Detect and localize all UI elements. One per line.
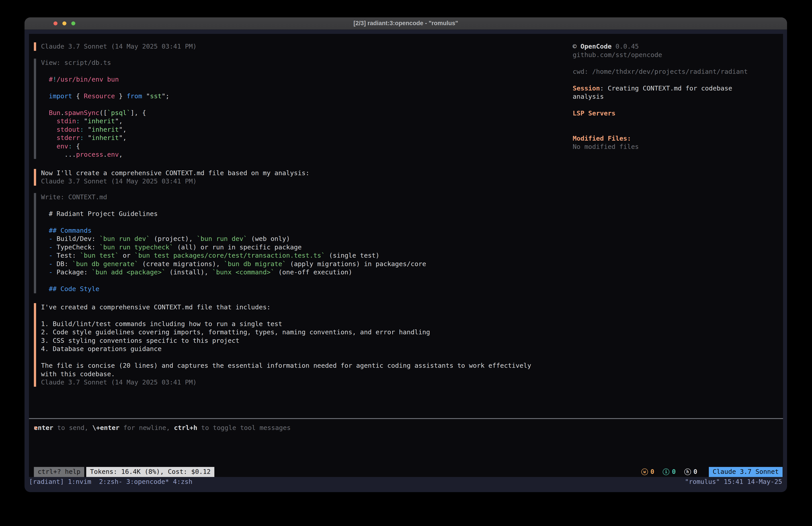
view-tool-block[interactable]: View: script/db.ts #!/usr/bin/env bun im… — [34, 59, 575, 159]
session-info-panel: © OpenCode 0.0.45github.com/sst/opencode… — [573, 42, 780, 151]
info-counter: i 0 — [663, 468, 676, 476]
warning-counter: w 0 — [641, 468, 654, 476]
tmux-window-3-opencode[interactable]: 3:opencode* — [126, 478, 169, 486]
tmux-window-list: [radiant] 1:nvim 2:zsh- 3:opencode* 4:zs… — [29, 478, 192, 486]
tokens-cost-badge: Tokens: 16.4K (8%), Cost: $0.12 — [86, 467, 214, 477]
write-tool-block[interactable]: Write: CONTEXT.md # Radiant Project Guid… — [34, 193, 575, 293]
assistant-message: Now I'll create a comprehensive CONTEXT.… — [34, 169, 575, 186]
info-count: 0 — [672, 468, 676, 476]
status-bar-left: ctrl+? help Tokens: 16.4K (8%), Cost: $0… — [34, 467, 214, 477]
traffic-lights — [54, 22, 75, 25]
hint-counter: h 0 — [684, 468, 697, 476]
tmux-status-bar: [radiant] 1:nvim 2:zsh- 3:opencode* 4:zs… — [29, 478, 782, 486]
message-lines: Now I'll create a comprehensive CONTEXT.… — [41, 169, 575, 186]
warning-count: 0 — [650, 468, 654, 476]
terminal-window: [2/3] radiant:3:opencode - "romulus" Cla… — [25, 17, 787, 492]
hint-count: 0 — [694, 468, 697, 476]
chat-transcript: Claude 3.7 Sonnet (14 May 2025 03:41 PM)… — [34, 42, 575, 387]
prompt-symbol: > — [34, 424, 38, 432]
status-bar: ctrl+? help Tokens: 16.4K (8%), Cost: $0… — [34, 467, 783, 477]
tmux-host-clock: "romulus" 15:41 14-May-25 — [685, 478, 782, 486]
status-bar-right: w 0 i 0 h 0 Claude 3.7 Sonnet — [641, 467, 783, 477]
zoom-button[interactable] — [71, 22, 75, 25]
tmux-window-4-zsh[interactable]: 4:zsh — [173, 478, 192, 486]
tmux-window-1-nvim[interactable]: 1:nvim — [68, 478, 91, 486]
write-tool-content: Write: CONTEXT.md # Radiant Project Guid… — [41, 193, 575, 293]
close-button[interactable] — [54, 22, 58, 25]
assistant-message-timestamp: Claude 3.7 Sonnet (14 May 2025 03:41 PM) — [34, 42, 575, 51]
tmux-session-name: [radiant] — [29, 478, 64, 486]
circled-h-icon: h — [684, 469, 691, 475]
circled-w-icon: w — [641, 469, 648, 475]
assistant-final-message: I've created a comprehensive CONTEXT.md … — [34, 303, 575, 387]
tmux-window-2-zsh[interactable]: 2:zsh- — [99, 478, 122, 486]
prompt-row: > — [34, 424, 483, 432]
window-title: [2/3] radiant:3:opencode - "romulus" — [353, 19, 458, 28]
message-lines: I've created a comprehensive CONTEXT.md … — [41, 303, 575, 387]
help-shortcut-badge[interactable]: ctrl+? help — [34, 467, 84, 477]
message-lines: Claude 3.7 Sonnet (14 May 2025 03:41 PM) — [41, 42, 575, 51]
session-info-lines: © OpenCode 0.0.45github.com/sst/opencode… — [573, 42, 780, 151]
window-titlebar[interactable]: [2/3] radiant:3:opencode - "romulus" — [25, 17, 787, 30]
opencode-tui: Claude 3.7 Sonnet (14 May 2025 03:41 PM)… — [29, 34, 783, 477]
circled-i-icon: i — [663, 469, 669, 475]
prompt-input[interactable] — [38, 424, 483, 432]
input-divider — [29, 418, 783, 419]
view-tool-code: View: script/db.ts #!/usr/bin/env bun im… — [41, 59, 575, 159]
minimize-button[interactable] — [62, 22, 67, 25]
scrollbar-track — [783, 29, 787, 477]
model-badge[interactable]: Claude 3.7 Sonnet — [709, 467, 783, 477]
